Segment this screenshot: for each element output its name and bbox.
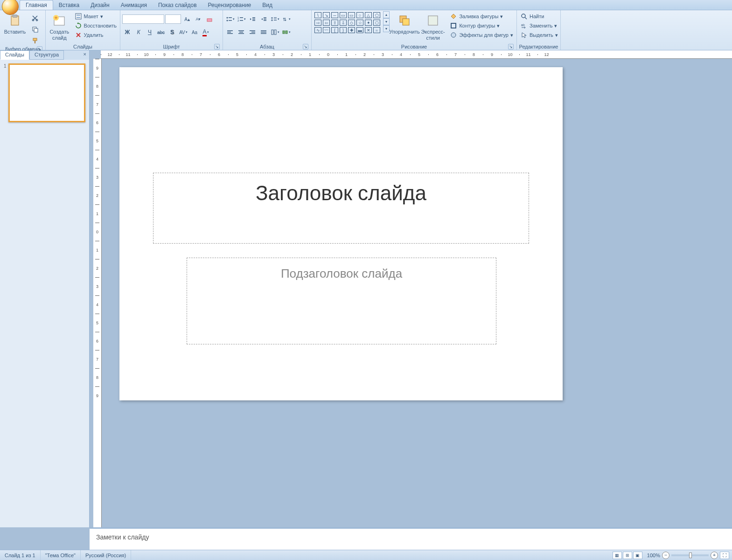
shape-minus[interactable]: ▬ (356, 27, 363, 33)
font-size-combo[interactable] (165, 14, 181, 24)
underline-button[interactable]: Ч (145, 27, 155, 37)
subtitle-placeholder[interactable]: Подзаголовок слайда (187, 258, 496, 344)
copy-button[interactable] (30, 24, 40, 35)
shape-brace[interactable]: { (331, 27, 338, 33)
numbering-button[interactable]: 12 (236, 14, 246, 24)
shape-oval[interactable]: ○ (356, 12, 363, 18)
tab-review[interactable]: Рецензирование (202, 0, 257, 10)
shape-outline-button[interactable]: Контур фигуры ▾ (448, 21, 515, 30)
smartart-button[interactable] (281, 27, 291, 37)
select-button[interactable]: Выделить ▾ (519, 31, 559, 39)
grow-font-button[interactable]: A▴ (182, 14, 192, 24)
shape-rect2[interactable]: ▭ (348, 12, 355, 18)
shadow-button[interactable]: S (167, 27, 177, 37)
zoom-slider[interactable] (671, 554, 709, 556)
shape-arrow[interactable]: ↘ (323, 12, 330, 18)
bold-button[interactable]: Ж (122, 27, 132, 37)
decrease-indent-button[interactable] (247, 14, 258, 24)
quick-styles-button[interactable]: Экспресс-стили (419, 11, 446, 43)
tab-view[interactable]: Вид (257, 0, 278, 10)
arrange-button[interactable]: Упорядочить (391, 11, 418, 37)
align-center-button[interactable] (236, 27, 246, 37)
line-spacing-button[interactable] (270, 14, 280, 24)
reset-button[interactable]: Восстановить (73, 21, 118, 30)
strike-button[interactable]: abc (156, 27, 166, 37)
shape-arrow5[interactable]: ⇩ (340, 20, 347, 26)
delete-button[interactable]: Удалить (73, 31, 118, 39)
clear-format-button[interactable] (204, 14, 215, 24)
shape-more1[interactable]: ⬠ (373, 12, 380, 18)
new-slide-button[interactable]: Создать слайд (48, 11, 71, 43)
zoom-out-button[interactable]: − (662, 552, 669, 559)
shape-line2[interactable]: ─ (331, 12, 338, 18)
tab-insert[interactable]: Вставка (53, 0, 85, 10)
shape-eq[interactable]: = (373, 27, 380, 33)
shape-line[interactable]: \ (314, 12, 321, 18)
view-slideshow-button[interactable]: ▣ (633, 552, 642, 559)
italic-button[interactable]: К (133, 27, 144, 37)
bullets-button[interactable] (225, 14, 235, 24)
char-spacing-button[interactable]: AV (178, 27, 188, 37)
fit-window-button[interactable]: ⛶ (720, 552, 729, 559)
shape-star2[interactable]: ✦ (365, 20, 372, 26)
shapes-scroll-up[interactable]: ▴ (383, 11, 390, 18)
align-right-button[interactable] (247, 27, 258, 37)
shape-free[interactable]: 〰 (323, 27, 330, 33)
horizontal-ruler[interactable]: 1211109876543210123456789101112 (101, 50, 732, 59)
font-color-button[interactable]: A (201, 27, 211, 37)
shape-x[interactable]: ✕ (365, 27, 372, 33)
shape-rect[interactable]: ▭ (340, 12, 347, 18)
tab-design[interactable]: Дизайн (85, 0, 115, 10)
shape-fill-button[interactable]: Заливка фигуры ▾ (448, 12, 515, 21)
thumb-close[interactable]: × (81, 50, 89, 60)
shape-brace2[interactable]: } (340, 27, 347, 33)
cut-button[interactable] (30, 13, 40, 23)
align-left-button[interactable] (225, 27, 235, 37)
format-painter-button[interactable] (30, 35, 40, 46)
notes-pane[interactable]: Заметки к слайду (90, 527, 732, 550)
slide-canvas[interactable]: Заголовок слайда Подзаголовок слайда (119, 67, 563, 400)
justify-button[interactable] (258, 27, 269, 37)
tab-slideshow[interactable]: Показ слайдов (153, 0, 202, 10)
shapes-scroll-down[interactable]: ▾ (383, 18, 390, 25)
view-sorter-button[interactable]: ⊞ (623, 552, 632, 559)
tab-animation[interactable]: Анимация (115, 0, 153, 10)
slide-thumbnail-1[interactable]: 1 (4, 63, 85, 122)
paragraph-launcher[interactable]: ↘ (303, 44, 308, 49)
shape-triangle[interactable]: △ (365, 12, 372, 18)
find-button[interactable]: Найти (519, 12, 559, 21)
font-launcher[interactable]: ↘ (214, 44, 220, 49)
paste-button[interactable]: Вставить (2, 11, 28, 37)
view-normal-button[interactable]: ▦ (613, 552, 622, 559)
font-family-combo[interactable] (122, 14, 164, 24)
zoom-in-button[interactable]: + (711, 552, 718, 559)
drawing-launcher[interactable]: ↘ (508, 44, 514, 49)
text-direction-button[interactable]: ⇅ (281, 14, 291, 24)
title-placeholder[interactable]: Заголовок слайда (153, 173, 529, 244)
vertical-ruler[interactable]: 9876543210123456789 (93, 59, 102, 527)
zoom-level[interactable]: 100% (647, 553, 660, 558)
shape-arrow4[interactable]: ⇧ (331, 20, 338, 26)
tab-home[interactable]: Главная (20, 0, 53, 10)
shape-star[interactable]: ☆ (356, 20, 363, 26)
shape-more2[interactable]: ⬡ (373, 20, 380, 26)
change-case-button[interactable]: Aa (189, 27, 200, 37)
shape-callout[interactable]: ◇ (348, 20, 355, 26)
status-language[interactable]: Русский (Россия) (81, 550, 131, 560)
shape-arrow3[interactable]: ⇦ (323, 20, 330, 26)
status-theme[interactable]: "Тема Office" (41, 550, 81, 560)
shapes-expand[interactable]: ▾ (383, 25, 390, 32)
increase-indent-button[interactable] (258, 14, 269, 24)
columns-button[interactable] (270, 27, 280, 37)
shape-arrow2[interactable]: ⇨ (314, 20, 321, 26)
shapes-gallery[interactable]: \ ↘ ─ ▭ ▭ ○ △ ⬠ ⇨ ⇦ ⇧ ⇩ ◇ ☆ ✦ ⬡ ∿ (314, 11, 382, 35)
shape-curve[interactable]: ∿ (314, 27, 321, 33)
shape-effects-button[interactable]: Эффекты для фигур ▾ (448, 31, 515, 39)
replace-button[interactable]: abЗаменить ▾ (519, 21, 559, 30)
thumb-tab-outline[interactable]: Структура (29, 50, 64, 60)
thumb-tab-slides[interactable]: Слайды (0, 50, 29, 60)
layout-button[interactable]: Макет ▾ (73, 12, 118, 21)
shrink-font-button[interactable]: A▾ (193, 14, 203, 24)
shape-plus[interactable]: ✚ (348, 27, 355, 33)
status-slide[interactable]: Слайд 1 из 1 (0, 550, 41, 560)
